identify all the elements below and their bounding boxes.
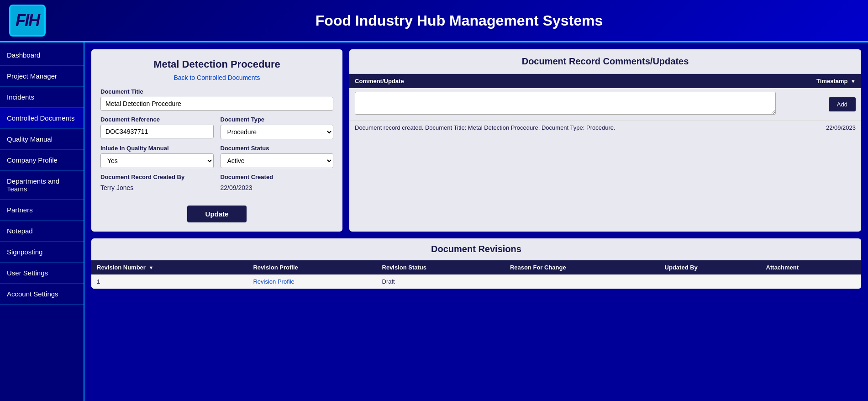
include-status-row: Inlude In Quality Manual Yes No Document… [100,145,333,174]
top-row: Metal Detection Procedure Back to Contro… [91,49,861,232]
header: FIH Food Industry Hub Management Systems [0,0,868,42]
update-button[interactable]: Update [187,206,247,222]
sidebar-item-company-profile[interactable]: Company Profile [0,150,84,171]
main-layout: Dashboard Project Manager Incidents Cont… [0,42,868,401]
revision-attachment-cell [761,274,861,289]
created-by-value: Terry Jones [100,182,214,193]
add-comment-button[interactable]: Add [829,97,856,111]
doc-type-label: Document Type [221,116,334,123]
doc-status-group: Document Status Active Draft Archived [221,145,334,168]
revision-number-sort-icon[interactable]: ▼ [149,265,154,270]
include-qm-group: Inlude In Quality Manual Yes No [100,145,214,168]
document-form-card: Metal Detection Procedure Back to Contro… [91,49,342,232]
sidebar-item-partners[interactable]: Partners [0,200,84,221]
created-date-group: Document Created 22/09/2023 [221,174,334,193]
revisions-title: Document Revisions [91,238,861,260]
doc-ref-group: Document Reference [100,116,214,139]
sidebar-item-controlled-documents[interactable]: Controlled Documents [0,108,84,129]
sidebar-item-quality-manual[interactable]: Quality Manual [0,129,84,150]
comment-input-row: Add [349,88,861,121]
logo-text: FIH [16,11,39,30]
revisions-card: Document Revisions Revision Number ▼ Rev… [91,238,861,289]
sidebar-item-account-settings[interactable]: Account Settings [0,284,84,305]
comments-title: Document Record Comments/Updates [349,49,861,74]
comments-table: Comment/Update Timestamp ▼ [349,74,861,135]
comments-card: Document Record Comments/Updates Comment… [349,49,861,232]
include-qm-label: Inlude In Quality Manual [100,145,214,152]
col-updated-by: Updated By [659,260,761,274]
sidebar: Dashboard Project Manager Incidents Cont… [0,42,84,401]
revision-row: 1 Revision Profile Draft [91,274,861,289]
created-date-label: Document Created [221,174,334,180]
created-by-label: Document Record Created By [100,174,214,180]
revisions-table: Revision Number ▼ Revision Profile Revis… [91,260,861,289]
revisions-header-row: Revision Number ▼ Revision Profile Revis… [91,260,861,274]
comment-record-row: Document record created. Document Title:… [349,121,861,135]
form-title: Metal Detection Procedure [100,58,333,70]
ref-type-row: Document Reference Document Type Procedu… [100,116,333,145]
col-attachment: Attachment [761,260,861,274]
doc-status-select[interactable]: Active Draft Archived [221,153,334,168]
doc-type-select[interactable]: Procedure Policy Work Instruction Form [221,125,334,139]
doc-type-group: Document Type Procedure Policy Work Inst… [221,116,334,139]
col-reason-for-change: Reason For Change [505,260,659,274]
doc-title-label: Document Title [100,88,333,95]
doc-status-label: Document Status [221,145,334,152]
comment-textarea[interactable] [355,92,776,115]
comment-record-text: Document record created. Document Title:… [349,121,781,135]
revision-number-cell: 1 [91,274,247,289]
sidebar-item-user-settings[interactable]: User Settings [0,263,84,284]
doc-title-group: Document Title [100,88,333,111]
comments-header-row: Comment/Update Timestamp ▼ [349,74,861,88]
doc-ref-input[interactable] [100,125,214,138]
content-area: Metal Detection Procedure Back to Contro… [84,42,868,401]
doc-title-input[interactable] [100,97,333,111]
creator-date-row: Document Record Created By Terry Jones D… [100,174,333,199]
revision-status-cell: Draft [377,274,505,289]
col-comment: Comment/Update [349,74,781,88]
sidebar-item-departments-teams[interactable]: Departments and Teams [0,171,84,200]
add-btn-cell: Add [781,88,861,121]
sidebar-item-signposting[interactable]: Signposting [0,242,84,263]
doc-ref-label: Document Reference [100,116,214,123]
col-revision-status: Revision Status [377,260,505,274]
page-title: Food Industry Hub Management Systems [59,12,859,29]
revision-profile-cell: Revision Profile [247,274,376,289]
revision-reason-cell [505,274,659,289]
sidebar-item-dashboard[interactable]: Dashboard [0,45,84,66]
back-to-controlled-documents-link[interactable]: Back to Controlled Documents [100,74,333,81]
col-revision-profile: Revision Profile [247,260,376,274]
created-by-group: Document Record Created By Terry Jones [100,174,214,193]
comment-record-timestamp: 22/09/2023 [781,121,861,135]
revision-updated-by-cell [659,274,761,289]
sidebar-item-incidents[interactable]: Incidents [0,87,84,108]
col-revision-number: Revision Number ▼ [91,260,247,274]
timestamp-sort-icon[interactable]: ▼ [851,79,856,84]
sidebar-item-notepad[interactable]: Notepad [0,221,84,242]
revision-profile-link[interactable]: Revision Profile [253,278,294,285]
logo: FIH [9,5,46,37]
include-qm-select[interactable]: Yes No [100,153,214,168]
col-timestamp: Timestamp ▼ [781,74,861,88]
created-date-value: 22/09/2023 [221,182,334,193]
comment-textarea-cell [349,88,781,121]
sidebar-item-project-manager[interactable]: Project Manager [0,66,84,87]
